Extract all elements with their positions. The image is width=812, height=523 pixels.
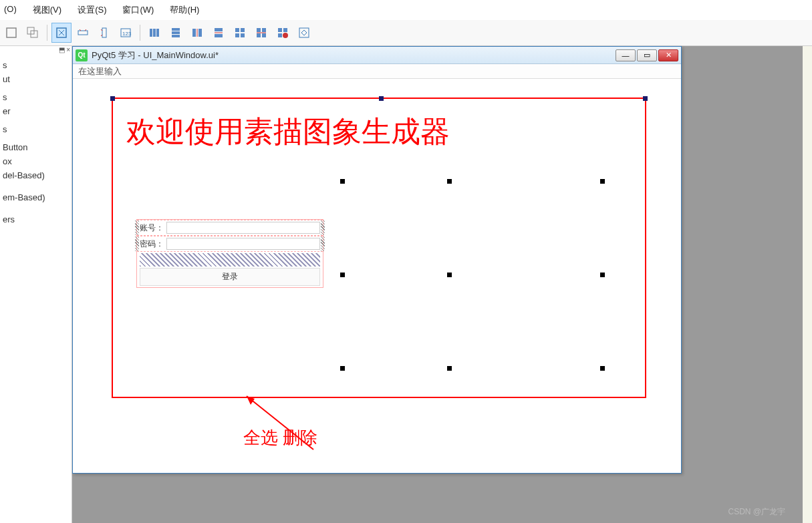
account-label[interactable]: 账号： xyxy=(140,222,164,234)
svg-rect-17 xyxy=(215,28,223,31)
main-toolbar: 123 xyxy=(0,20,812,46)
svg-rect-31 xyxy=(278,33,282,37)
layout-h-icon[interactable] xyxy=(144,23,164,43)
svg-rect-5 xyxy=(102,28,106,37)
svg-rect-4 xyxy=(78,31,88,35)
svg-rect-22 xyxy=(235,33,239,37)
selection-handle[interactable] xyxy=(643,96,648,101)
toolbar-btn[interactable]: 123 xyxy=(116,23,136,43)
layout-vsplit-icon[interactable] xyxy=(209,23,229,43)
tree-item[interactable]: s xyxy=(3,90,69,104)
layout-grid-icon[interactable] xyxy=(230,23,250,43)
form-subwindow: Qt PyQt5 学习 - UI_MainWindow.ui* — ▭ ✕ 在这… xyxy=(72,46,682,474)
svg-rect-13 xyxy=(172,35,180,37)
toolbar-btn[interactable] xyxy=(73,23,93,43)
selection-handle[interactable] xyxy=(340,366,345,371)
tree-item[interactable]: s xyxy=(3,122,69,136)
selection-handle[interactable] xyxy=(600,179,605,184)
dock-pin-icon[interactable]: ⬒ xyxy=(59,46,65,53)
menu-item[interactable]: 设置(S) xyxy=(74,3,110,17)
svg-rect-11 xyxy=(172,28,180,31)
widget-box-panel: ⬒ × s ut s er s Button ox del-Based) em-… xyxy=(0,46,72,523)
login-button[interactable]: 登录 xyxy=(140,268,320,286)
svg-rect-18 xyxy=(215,34,223,37)
svg-rect-12 xyxy=(172,31,180,34)
form-menubar[interactable]: 在这里输入 xyxy=(73,64,681,79)
selection-handle[interactable] xyxy=(447,366,452,371)
welcome-label[interactable]: 欢迎使用素描图象生成器 xyxy=(126,112,450,152)
grip-icon[interactable] xyxy=(135,220,139,235)
svg-rect-9 xyxy=(153,29,156,37)
tree-item[interactable]: ers xyxy=(3,212,69,226)
svg-rect-8 xyxy=(150,29,152,37)
grip-icon[interactable] xyxy=(321,236,325,251)
annotation-text: 全选 删除 xyxy=(243,426,317,450)
selection-handle[interactable] xyxy=(600,366,605,371)
svg-rect-14 xyxy=(192,29,196,37)
svg-rect-30 xyxy=(283,28,287,32)
login-form-layout[interactable]: 账号： 密码： 登录 xyxy=(136,219,323,288)
svg-rect-21 xyxy=(241,28,245,32)
minimize-button[interactable]: — xyxy=(616,49,636,61)
selection-handle[interactable] xyxy=(600,273,605,277)
tree-item[interactable]: er xyxy=(3,104,69,118)
design-canvas[interactable]: 欢迎使用素描图象生成器 账号： 密码： 登录 xyxy=(73,79,681,473)
maximize-button[interactable]: ▭ xyxy=(637,49,657,61)
mdi-area: Qt PyQt5 学习 - UI_MainWindow.ui* — ▭ ✕ 在这… xyxy=(72,46,803,523)
svg-text:123: 123 xyxy=(122,31,132,37)
menubar-hint[interactable]: 在这里输入 xyxy=(78,66,122,76)
subwindow-title: PyQt5 学习 - UI_MainWindow.ui* xyxy=(92,49,616,61)
main-area: ⬒ × s ut s er s Button ox del-Based) em-… xyxy=(0,46,812,523)
selection-handle[interactable] xyxy=(340,273,345,277)
toolbar-btn[interactable] xyxy=(23,23,43,43)
menu-item[interactable]: 窗口(W) xyxy=(118,3,158,17)
account-row[interactable]: 账号： xyxy=(137,220,323,236)
right-dock-panel xyxy=(803,46,812,523)
layout-break-icon[interactable] xyxy=(273,23,293,43)
svg-rect-24 xyxy=(257,28,261,32)
right-stub xyxy=(803,46,812,523)
selection-handle[interactable] xyxy=(447,179,452,184)
watermark-text: CSDN @广龙宇 xyxy=(728,506,785,518)
svg-rect-15 xyxy=(198,29,202,37)
selection-handle[interactable] xyxy=(340,179,345,184)
selection-handle[interactable] xyxy=(447,273,452,277)
widget-tree[interactable]: s ut s er s Button ox del-Based) em-Base… xyxy=(0,46,72,229)
svg-rect-0 xyxy=(7,28,16,37)
menu-item[interactable]: 视图(V) xyxy=(29,3,65,17)
layout-grid2-icon[interactable] xyxy=(251,23,271,43)
tree-item[interactable]: ox xyxy=(3,154,69,168)
tree-item[interactable]: ut xyxy=(3,72,69,86)
layout-hsplit-icon[interactable] xyxy=(187,23,207,43)
toolbar-btn[interactable] xyxy=(1,23,21,43)
svg-rect-27 xyxy=(262,33,266,37)
tree-item[interactable]: del-Based) xyxy=(3,168,69,182)
adjust-size-icon[interactable] xyxy=(294,23,314,43)
tree-item[interactable]: em-Based) xyxy=(3,190,69,204)
account-input[interactable] xyxy=(166,222,320,234)
password-row[interactable]: 密码： xyxy=(137,236,323,252)
svg-rect-10 xyxy=(156,29,159,37)
close-button[interactable]: ✕ xyxy=(658,49,678,61)
menu-item[interactable]: 帮助(H) xyxy=(166,3,203,17)
vertical-spacer[interactable] xyxy=(140,253,320,267)
menu-item[interactable]: (O) xyxy=(0,3,21,17)
layout-v-icon[interactable] xyxy=(166,23,186,43)
dock-close-icon[interactable]: × xyxy=(66,46,70,53)
svg-rect-20 xyxy=(235,28,239,32)
password-label[interactable]: 密码： xyxy=(140,238,164,250)
selection-handle[interactable] xyxy=(379,96,384,101)
password-input[interactable] xyxy=(166,238,320,250)
toolbar-btn[interactable] xyxy=(94,23,114,43)
tree-item[interactable]: Button xyxy=(3,140,69,154)
grip-icon[interactable] xyxy=(321,220,325,235)
grip-icon[interactable] xyxy=(135,236,139,251)
selection-handle[interactable] xyxy=(110,96,115,101)
toolbar-separator xyxy=(140,25,140,41)
main-menubar[interactable]: (O) 视图(V) 设置(S) 窗口(W) 帮助(H) xyxy=(0,0,812,20)
tree-item[interactable]: s xyxy=(3,58,69,72)
subwindow-titlebar[interactable]: Qt PyQt5 学习 - UI_MainWindow.ui* — ▭ ✕ xyxy=(73,47,681,64)
toolbar-btn-edit[interactable] xyxy=(51,23,72,43)
toolbar-separator xyxy=(47,25,47,41)
svg-point-32 xyxy=(283,33,288,38)
